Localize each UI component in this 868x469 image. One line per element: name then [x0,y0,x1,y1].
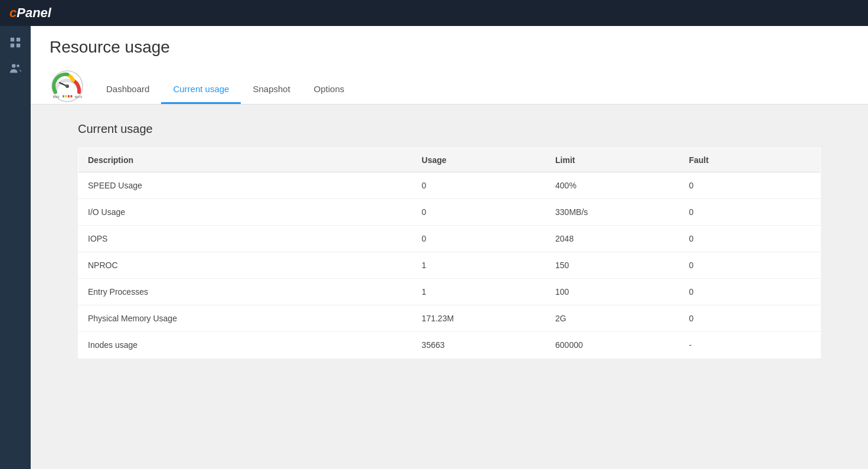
cell-usage: 0 [412,199,546,226]
tab-snapshot[interactable]: Snapshot [241,69,302,104]
table-row: NPROC11500 [78,252,821,279]
svg-rect-2 [11,44,14,47]
cell-usage: 0 [412,226,546,252]
users-icon [9,62,22,75]
layout: Resource usage [0,26,868,469]
cell-fault: 0 [679,279,820,305]
cell-fault: 0 [679,252,820,279]
svg-rect-12 [65,95,67,97]
cell-fault: 0 [679,172,820,199]
cell-limit: 400% [546,172,679,199]
tab-current-usage[interactable]: Current usage [161,69,241,104]
main-content: Resource usage [31,26,868,469]
grid-icon [9,36,22,49]
cell-description: I/O Usage [78,199,412,226]
cell-fault: 0 [679,226,820,252]
svg-rect-11 [63,95,64,97]
topbar: cPanel [0,0,868,26]
cell-usage: 1 [412,252,546,279]
cell-description: Physical Memory Usage [78,305,412,332]
svg-rect-1 [17,38,20,41]
table-header-row: Description Usage Limit Fault [78,148,821,172]
tabs-area: MIN MAX Dashboard Current usage Snapshot [50,69,849,104]
cell-description: SPEED Usage [78,172,412,199]
col-header-limit: Limit [546,148,679,172]
cell-description: IOPS [78,226,412,252]
cell-limit: 100 [546,279,679,305]
tab-dashboard[interactable]: Dashboard [94,69,161,104]
cell-description: Entry Processes [78,279,412,305]
svg-point-4 [12,64,15,67]
col-header-fault: Fault [679,148,820,172]
sidebar-item-users[interactable] [5,58,26,79]
gauge-icon-container: MIN MAX [50,69,85,104]
tab-options[interactable]: Options [302,69,356,104]
svg-rect-3 [17,44,20,47]
cell-limit: 600000 [546,332,679,359]
cell-fault: - [679,332,820,359]
page-header: Resource usage [31,26,868,105]
table-row: IOPS020480 [78,226,821,252]
table-row: SPEED Usage0400%0 [78,172,821,199]
table-row: Physical Memory Usage171.23M2G0 [78,305,821,332]
cell-description: Inodes usage [78,332,412,359]
logo: cPanel [9,5,51,21]
content-area: Current usage Description Usage Limit Fa… [31,105,868,376]
svg-rect-13 [68,95,70,97]
cell-limit: 2048 [546,226,679,252]
cell-fault: 0 [679,199,820,226]
sidebar [0,26,31,469]
cell-fault: 0 [679,305,820,332]
svg-text:MIN: MIN [53,95,60,99]
section-title: Current usage [78,122,821,136]
page-title: Resource usage [50,38,849,57]
svg-text:MAX: MAX [74,95,82,99]
svg-rect-14 [71,95,73,97]
cell-usage: 35663 [412,332,546,359]
gauge-icon: MIN MAX [51,70,84,103]
table-row: Inodes usage35663600000- [78,332,821,359]
svg-rect-0 [11,38,14,41]
cell-limit: 150 [546,252,679,279]
cell-usage: 1 [412,279,546,305]
cell-usage: 171.23M [412,305,546,332]
cell-description: NPROC [78,252,412,279]
table-row: I/O Usage0330MB/s0 [78,199,821,226]
col-header-description: Description [78,148,412,172]
cell-usage: 0 [412,172,546,199]
table-row: Entry Processes11000 [78,279,821,305]
sidebar-item-grid[interactable] [5,32,26,53]
cell-limit: 2G [546,305,679,332]
svg-point-5 [17,64,19,67]
cell-limit: 330MB/s [546,199,679,226]
tabs-list: Dashboard Current usage Snapshot Options [94,69,356,104]
usage-table: Description Usage Limit Fault SPEED Usag… [78,148,821,359]
svg-point-8 [65,84,69,88]
col-header-usage: Usage [412,148,546,172]
